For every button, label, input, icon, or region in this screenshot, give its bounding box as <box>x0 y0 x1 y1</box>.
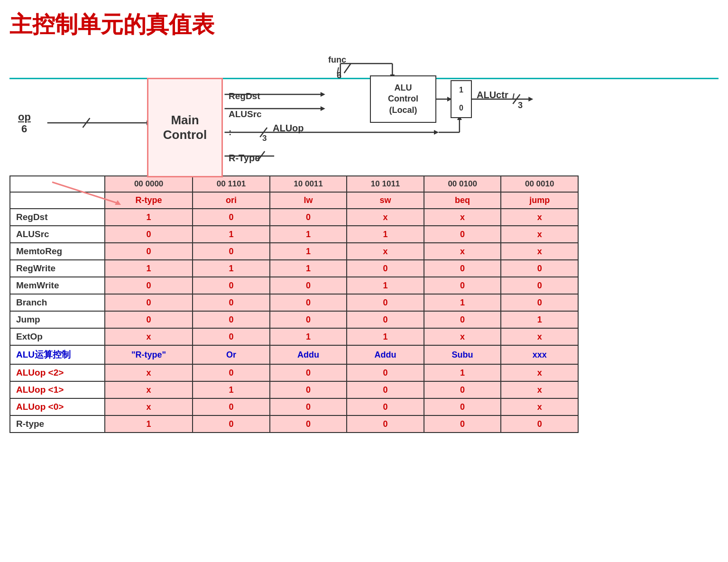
mux-box: 1 0 <box>451 80 472 118</box>
regdst-lw: 0 <box>270 209 347 226</box>
memtoreg-rtype: 0 <box>105 243 193 260</box>
alusrc-ori: 1 <box>193 226 270 243</box>
extop-rtype: x <box>105 328 193 345</box>
branch-sw: 0 <box>347 294 424 311</box>
row-regdst: RegDst 1 0 0 x x x <box>10 209 578 226</box>
memwrite-ori: 0 <box>193 277 270 294</box>
jump-jump: 1 <box>501 311 578 328</box>
alusrc-sw: 1 <box>347 226 424 243</box>
row-extop: ExtOp x 0 1 1 x x <box>10 328 578 345</box>
label-branch: Branch <box>10 294 105 311</box>
jump-sw: 0 <box>347 311 424 328</box>
label-jump: Jump <box>10 311 105 328</box>
label-memwrite: MemWrite <box>10 277 105 294</box>
branch-beq: 1 <box>424 294 501 311</box>
aluop0-rtype: x <box>105 398 193 415</box>
aluop2-ori: 0 <box>193 364 270 381</box>
alu-ctrl-rtype: "R-type" <box>105 345 193 364</box>
label-memtoreg: MemtoReg <box>10 243 105 260</box>
aluop2-rtype: x <box>105 364 193 381</box>
jump-ori: 0 <box>193 311 270 328</box>
aluop2-sw: 0 <box>347 364 424 381</box>
mux-1: 1 <box>459 86 463 94</box>
label-aluop2: ALUop <2> <box>10 364 105 381</box>
row-aluop2: ALUop <2> x 0 0 0 1 x <box>10 364 578 381</box>
row-memtoreg: MemtoReg 0 0 1 x x x <box>10 243 578 260</box>
aluop1-jump: x <box>501 381 578 398</box>
col-header-jump: jump <box>501 192 578 209</box>
regdst-ori: 0 <box>193 209 270 226</box>
memtoreg-jump: x <box>501 243 578 260</box>
table-section: 00 0000 00 1101 10 0011 10 1011 00 0100 … <box>5 175 579 433</box>
rtype-sw: 0 <box>347 415 424 433</box>
alusrc-lw: 1 <box>270 226 347 243</box>
col-header-lw: lw <box>270 192 347 209</box>
extop-sw: 1 <box>347 328 424 345</box>
alu-ctrl-ori: Or <box>193 345 270 364</box>
alu-ctrl-lw: Addu <box>270 345 347 364</box>
row-memwrite: MemWrite 0 0 0 1 0 0 <box>10 277 578 294</box>
svg-marker-10 <box>434 130 439 135</box>
regwrite-sw: 0 <box>347 260 424 277</box>
svg-marker-4 <box>321 92 325 97</box>
aluop0-lw: 0 <box>270 398 347 415</box>
memwrite-jump: 0 <box>501 277 578 294</box>
mux-0: 0 <box>459 104 463 112</box>
col-header-sw: sw <box>347 192 424 209</box>
rtype-beq: 0 <box>424 415 501 433</box>
regdst-jump: x <box>501 209 578 226</box>
label-rtype: R-type <box>10 415 105 433</box>
aluop1-beq: 0 <box>424 381 501 398</box>
regwrite-rtype: 1 <box>105 260 193 277</box>
jump-lw: 0 <box>270 311 347 328</box>
alu-ctrl-beq: Subu <box>424 345 501 364</box>
regwrite-beq: 0 <box>424 260 501 277</box>
svg-line-17 <box>344 64 351 73</box>
rtype-jump: 0 <box>501 415 578 433</box>
label-alu-ctrl: ALU运算控制 <box>10 345 105 364</box>
svg-line-26 <box>52 182 119 203</box>
truth-table: 00 0000 00 1101 10 0011 10 1011 00 0100 … <box>9 175 579 433</box>
row-aluop1: ALUop <1> x 1 0 0 0 x <box>10 381 578 398</box>
svg-marker-6 <box>321 106 325 111</box>
jump-rtype: 0 <box>105 311 193 328</box>
extop-jump: x <box>501 328 578 345</box>
label-aluop0: ALUop <0> <box>10 398 105 415</box>
branch-lw: 0 <box>270 294 347 311</box>
extop-ori: 0 <box>193 328 270 345</box>
regdst-beq: x <box>424 209 501 226</box>
row-rtype: R-type 1 0 0 0 0 0 <box>10 415 578 433</box>
regdst-sw: x <box>347 209 424 226</box>
row-alusrc: ALUSrc 0 1 1 1 0 x <box>10 226 578 243</box>
alu-control-label: ALUControl(Local) <box>388 83 418 116</box>
row-aluop0: ALUop <0> x 0 0 0 0 x <box>10 398 578 415</box>
memwrite-lw: 0 <box>270 277 347 294</box>
alu-ctrl-jump: xxx <box>501 345 578 364</box>
label-alusrc: ALUSrc <box>10 226 105 243</box>
branch-jump: 0 <box>501 294 578 311</box>
page-title: 主控制单元的真值表 <box>9 9 214 40</box>
aluop1-rtype: x <box>105 381 193 398</box>
aluop2-lw: 0 <box>270 364 347 381</box>
memtoreg-beq: x <box>424 243 501 260</box>
label-regwrite: RegWrite <box>10 260 105 277</box>
extop-lw: 1 <box>270 328 347 345</box>
regwrite-jump: 0 <box>501 260 578 277</box>
aluop0-beq: 0 <box>424 398 501 415</box>
diagram-area: op 6 MainControl RegDst ALUSrc : ALUop 3… <box>9 49 719 182</box>
aluop0-sw: 0 <box>347 398 424 415</box>
memtoreg-lw: 1 <box>270 243 347 260</box>
label-aluop1: ALUop <1> <box>10 381 105 398</box>
row-jump: Jump 0 0 0 0 0 1 <box>10 311 578 328</box>
label-regdst: RegDst <box>10 209 105 226</box>
regdst-rtype: 1 <box>105 209 193 226</box>
col-header-ori: ori <box>193 192 270 209</box>
aluop1-sw: 0 <box>347 381 424 398</box>
memtoreg-ori: 0 <box>193 243 270 260</box>
memwrite-rtype: 0 <box>105 277 193 294</box>
memtoreg-sw: x <box>347 243 424 260</box>
branch-rtype: 0 <box>105 294 193 311</box>
memwrite-sw: 1 <box>347 277 424 294</box>
row-branch: Branch 0 0 0 0 1 0 <box>10 294 578 311</box>
extop-beq: x <box>424 328 501 345</box>
